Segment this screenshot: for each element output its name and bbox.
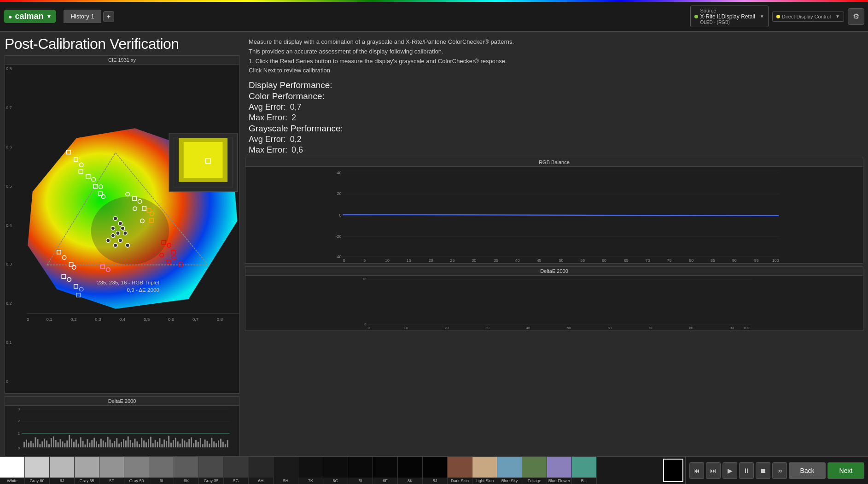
cie-y-0: 0: [6, 379, 19, 384]
play-button[interactable]: ▶: [722, 462, 737, 479]
source-dropdown[interactable]: Source X-Rite i1Display Retail OLED - (R…: [690, 6, 768, 27]
swatch-foliage[interactable]: Foliage: [522, 457, 547, 484]
swatch-5g[interactable]: 5G: [224, 457, 249, 484]
swatch-b[interactable]: B...: [572, 457, 597, 484]
pause-button[interactable]: ⏸: [739, 462, 754, 479]
swatch-dark-skin[interactable]: Dark Skin: [448, 457, 472, 484]
svg-text:0,6: 0,6: [168, 317, 174, 322]
svg-point-39: [121, 226, 124, 230]
svg-point-38: [116, 231, 120, 235]
svg-rect-140: [166, 441, 167, 448]
svg-rect-111: [100, 439, 102, 448]
swatch-6j[interactable]: 6J: [50, 457, 75, 484]
top-bar: ● calman ▼ History 1 + Source X-Rite i1D…: [0, 2, 868, 32]
swatch-gray80[interactable]: Gray 80: [25, 457, 50, 484]
svg-rect-80: [30, 441, 32, 448]
svg-text:0,9 - ΔE 2000: 0,9 - ΔE 2000: [127, 287, 159, 293]
back-button[interactable]: Back: [789, 462, 826, 479]
add-tab-button[interactable]: +: [103, 11, 114, 22]
svg-rect-125: [132, 443, 134, 447]
swatch-label-6g: 6G: [332, 478, 338, 484]
svg-text:20: 20: [429, 258, 433, 262]
deltaE-right-body: 10 0 0 10 20 30 40 50 60 70 80: [245, 276, 863, 329]
swatch-blue-flower[interactable]: Blue Flower: [547, 457, 572, 484]
cie-chart-title: CIE 1931 xy: [5, 56, 239, 65]
next-label: Next: [839, 467, 853, 474]
swatch-light-skin[interactable]: Light Skin: [472, 457, 497, 484]
swatch-color-5h: [274, 457, 298, 478]
stop-button[interactable]: ⏹: [756, 462, 770, 479]
settings-button[interactable]: ⚙: [848, 8, 864, 25]
deltaE-left-title: DeltaE 2000: [5, 397, 239, 406]
swatch-7k[interactable]: 7K: [298, 457, 323, 484]
svg-rect-90: [53, 437, 54, 448]
next-button[interactable]: Next: [827, 462, 864, 479]
svg-rect-158: [207, 441, 208, 448]
skip-forward-button[interactable]: ⏭: [706, 462, 721, 479]
swatch-5i[interactable]: 5I: [348, 457, 373, 484]
ddc-arrow: ▼: [835, 14, 840, 19]
svg-text:50: 50: [559, 258, 564, 262]
swatch-5h[interactable]: 5H: [274, 457, 298, 484]
ddc-indicator: [776, 15, 780, 18]
svg-text:90: 90: [732, 258, 737, 262]
history-tab[interactable]: History 1: [64, 10, 101, 23]
swatch-color-white: [0, 457, 24, 478]
source-dropdown-group: Source X-Rite i1Display Retail OLED - (R…: [690, 6, 768, 27]
svg-text:30: 30: [472, 258, 476, 262]
svg-rect-109: [96, 442, 97, 448]
rgb-balance-body: 40 20 0 -20 -40 0: [245, 167, 863, 262]
back-label: Back: [800, 467, 814, 474]
cie-y-05: 0,5: [6, 184, 19, 189]
svg-rect-87: [46, 441, 47, 448]
svg-rect-97: [69, 435, 70, 448]
svg-rect-159: [209, 443, 210, 447]
swatch-6g[interactable]: 6G: [323, 457, 348, 484]
svg-text:65: 65: [624, 258, 629, 262]
swatch-gray35[interactable]: Gray 35: [199, 457, 224, 484]
swatch-blue-sky[interactable]: Blue Sky: [497, 457, 522, 484]
swatch-6f[interactable]: 6F: [373, 457, 398, 484]
cie-y-02: 0,2: [6, 301, 19, 306]
logo-dropdown-arrow[interactable]: ▼: [47, 13, 52, 20]
swatch-gray50[interactable]: Gray 50: [124, 457, 149, 484]
swatch-6k[interactable]: 6K: [174, 457, 199, 484]
swatch-color-5j: [423, 457, 447, 478]
active-swatch-indicator[interactable]: [663, 459, 683, 482]
swatch-label-blue-flower: Blue Flower: [548, 478, 571, 484]
svg-rect-94: [62, 442, 63, 448]
active-swatch-color: [664, 460, 682, 481]
svg-rect-148: [184, 441, 185, 448]
swatch-color-5i: [348, 457, 373, 478]
skip-back-button[interactable]: ⏮: [689, 462, 704, 479]
svg-rect-85: [41, 442, 43, 448]
pause-icon: ⏸: [743, 467, 750, 474]
cie-y-axis: 0,8 0,7 0,6 0,5 0,4 0,3 0,2 0,1 0: [6, 66, 19, 384]
svg-text:0,5: 0,5: [144, 317, 150, 322]
swatch-white[interactable]: White: [0, 457, 25, 484]
swatch-6h[interactable]: 6H: [249, 457, 274, 484]
svg-text:10: 10: [385, 258, 390, 262]
swatch-gray65[interactable]: Gray 65: [75, 457, 99, 484]
ddc-dropdown[interactable]: Direct Display Control ▼: [772, 12, 844, 22]
svg-rect-82: [35, 437, 36, 448]
logo-text: calman: [15, 12, 43, 21]
svg-rect-164: [220, 439, 221, 448]
right-panel: Measure the display with a combination o…: [245, 35, 863, 456]
svg-rect-155: [200, 438, 201, 448]
swatch-color-6f: [373, 457, 397, 478]
svg-text:80: 80: [689, 326, 693, 329]
swatch-label-5h: 5H: [283, 478, 289, 484]
deltaE-left-svg: 3 2 1 0: [5, 406, 239, 454]
swatch-label-6h: 6H: [258, 478, 264, 484]
swatch-5f[interactable]: 5F: [99, 457, 124, 484]
swatch-5j[interactable]: 5J: [423, 457, 448, 484]
svg-rect-86: [44, 439, 45, 448]
description-area: Measure the display with a combination o…: [245, 35, 567, 77]
swatch-color-foliage: [522, 457, 547, 478]
loop-button[interactable]: ∞: [772, 462, 787, 479]
swatch-8k[interactable]: 8K: [398, 457, 423, 484]
swatch-label-gray65: Gray 65: [79, 478, 94, 484]
swatch-color-dark-skin: [448, 457, 472, 478]
swatch-6i[interactable]: 6I: [149, 457, 174, 484]
